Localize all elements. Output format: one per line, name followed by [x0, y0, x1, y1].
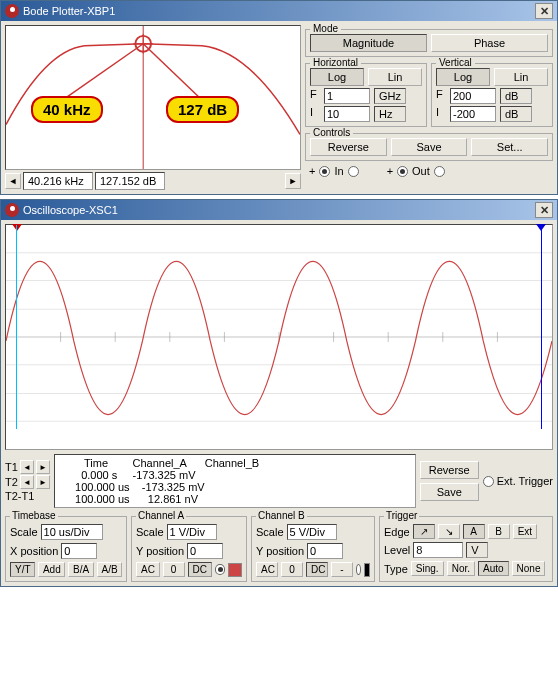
- h-i-unit[interactable]: Hz: [374, 106, 406, 122]
- add-button[interactable]: Add: [38, 562, 65, 577]
- cha-scale-input[interactable]: [167, 524, 217, 540]
- bode-titlebar[interactable]: Bode Plotter-XBP1 ✕: [1, 1, 557, 21]
- horizontal-legend: Horizontal: [310, 57, 361, 68]
- h-f-input[interactable]: [324, 88, 370, 104]
- v-log-button[interactable]: Log: [436, 68, 490, 86]
- edge-fall-button[interactable]: ↘: [438, 524, 460, 539]
- scope-titlebar[interactable]: Oscilloscope-XSC1 ✕: [1, 200, 557, 220]
- bode-app-icon: [5, 4, 19, 18]
- bode-save-button[interactable]: Save: [391, 138, 468, 156]
- chb-color-swatch[interactable]: [364, 563, 370, 577]
- trig-b-button[interactable]: B: [488, 524, 510, 539]
- horizontal-fieldset: Horizontal Log Lin F GHz I Hz: [305, 63, 427, 127]
- level-input[interactable]: [413, 542, 463, 558]
- cha-ac-button[interactable]: AC: [136, 562, 160, 577]
- cha-ypos-input[interactable]: [187, 543, 223, 559]
- tb-xpos-label: X position: [10, 545, 58, 557]
- magnitude-button[interactable]: Magnitude: [310, 34, 427, 52]
- t2-right-button[interactable]: ►: [36, 475, 50, 489]
- tb-scale-input[interactable]: [41, 524, 103, 540]
- scope-plot-area[interactable]: [5, 224, 553, 450]
- plus-out-label: +: [387, 165, 393, 177]
- v-f-input[interactable]: [450, 88, 496, 104]
- chb-zero-button[interactable]: 0: [281, 562, 303, 577]
- t2-cursor-line[interactable]: [541, 225, 542, 429]
- controls-legend: Controls: [310, 127, 353, 138]
- h-f-unit[interactable]: GHz: [374, 88, 406, 104]
- ext-trigger-label: Ext. Trigger: [497, 475, 553, 487]
- in-minus-port[interactable]: [348, 166, 359, 177]
- none-button[interactable]: None: [512, 561, 546, 576]
- ext-trigger-port[interactable]: [483, 476, 494, 487]
- chb-minus-button[interactable]: -: [331, 562, 353, 577]
- out-label: Out: [412, 165, 430, 177]
- bode-status-freq: 40.216 kHz: [23, 172, 93, 190]
- mode-legend: Mode: [310, 23, 341, 34]
- t1-left-button[interactable]: ◄: [20, 460, 34, 474]
- cha-ypos-label: Y position: [136, 545, 184, 557]
- chb-legend: Channel B: [256, 510, 307, 521]
- channel-b-panel: Channel B Scale Y position AC 0 DC -: [251, 516, 375, 582]
- edge-label: Edge: [384, 526, 410, 538]
- scope-save-button[interactable]: Save: [420, 483, 479, 501]
- level-unit[interactable]: V: [466, 542, 488, 558]
- cha-zero-button[interactable]: 0: [163, 562, 185, 577]
- bode-reverse-button[interactable]: Reverse: [310, 138, 387, 156]
- vertical-fieldset: Vertical Log Lin F dB I dB: [431, 63, 553, 127]
- t2-label: T2: [5, 476, 18, 488]
- v-lin-button[interactable]: Lin: [494, 68, 548, 86]
- h-i-input[interactable]: [324, 106, 370, 122]
- bode-db-label: 127 dB: [166, 96, 239, 123]
- v-f-label: F: [436, 88, 446, 104]
- close-icon[interactable]: ✕: [535, 3, 553, 19]
- v-i-input[interactable]: [450, 106, 496, 122]
- v-i-unit[interactable]: dB: [500, 106, 532, 122]
- v-f-unit[interactable]: dB: [500, 88, 532, 104]
- v-i-label: I: [436, 106, 446, 122]
- in-label: In: [334, 165, 343, 177]
- bode-set-button[interactable]: Set...: [471, 138, 548, 156]
- scope-title: Oscilloscope-XSC1: [23, 204, 118, 216]
- edge-rise-button[interactable]: ↗: [413, 524, 435, 539]
- phase-button[interactable]: Phase: [431, 34, 548, 52]
- ba-button[interactable]: B/A: [68, 562, 93, 577]
- yt-button[interactable]: Y/T: [10, 562, 35, 577]
- t2-left-button[interactable]: ◄: [20, 475, 34, 489]
- trigger-legend: Trigger: [384, 510, 419, 521]
- close-icon[interactable]: ✕: [535, 202, 553, 218]
- in-plus-port[interactable]: [319, 166, 330, 177]
- timebase-legend: Timebase: [10, 510, 58, 521]
- ab-button[interactable]: A/B: [97, 562, 122, 577]
- bode-plot-area[interactable]: 40 kHz 127 dB: [5, 25, 301, 170]
- h-log-button[interactable]: Log: [310, 68, 364, 86]
- scroll-left-button[interactable]: ◄: [5, 173, 21, 189]
- bode-freq-label: 40 kHz: [31, 96, 103, 123]
- auto-button[interactable]: Auto: [478, 561, 509, 576]
- t1-label: T1: [5, 461, 18, 473]
- trigger-panel: Trigger Edge ↗ ↘ A B Ext Level V Type Si…: [379, 516, 553, 582]
- chb-dc-button[interactable]: DC: [306, 562, 328, 577]
- chb-port[interactable]: [356, 564, 361, 575]
- cha-scale-label: Scale: [136, 526, 164, 538]
- out-minus-port[interactable]: [434, 166, 445, 177]
- t1-marker-icon[interactable]: [12, 224, 22, 231]
- svg-line-1: [143, 44, 202, 100]
- bode-plotter-window: Bode Plotter-XBP1 ✕ 40 kHz 127 dB ◄: [0, 0, 558, 195]
- tb-xpos-input[interactable]: [61, 543, 97, 559]
- scroll-right-button[interactable]: ►: [285, 173, 301, 189]
- trig-a-button[interactable]: A: [463, 524, 485, 539]
- chb-ypos-input[interactable]: [307, 543, 343, 559]
- h-lin-button[interactable]: Lin: [368, 68, 422, 86]
- trig-ext-button[interactable]: Ext: [513, 524, 537, 539]
- chb-scale-input[interactable]: [287, 524, 337, 540]
- chb-ac-button[interactable]: AC: [256, 562, 278, 577]
- t1-right-button[interactable]: ►: [36, 460, 50, 474]
- out-plus-port[interactable]: [397, 166, 408, 177]
- t1-cursor-line[interactable]: [16, 225, 17, 429]
- sing-button[interactable]: Sing.: [411, 561, 444, 576]
- cha-color-swatch[interactable]: [228, 563, 242, 577]
- scope-reverse-button[interactable]: Reverse: [420, 461, 479, 479]
- cha-port[interactable]: [215, 564, 226, 575]
- nor-button[interactable]: Nor.: [447, 561, 475, 576]
- cha-dc-button[interactable]: DC: [188, 562, 212, 577]
